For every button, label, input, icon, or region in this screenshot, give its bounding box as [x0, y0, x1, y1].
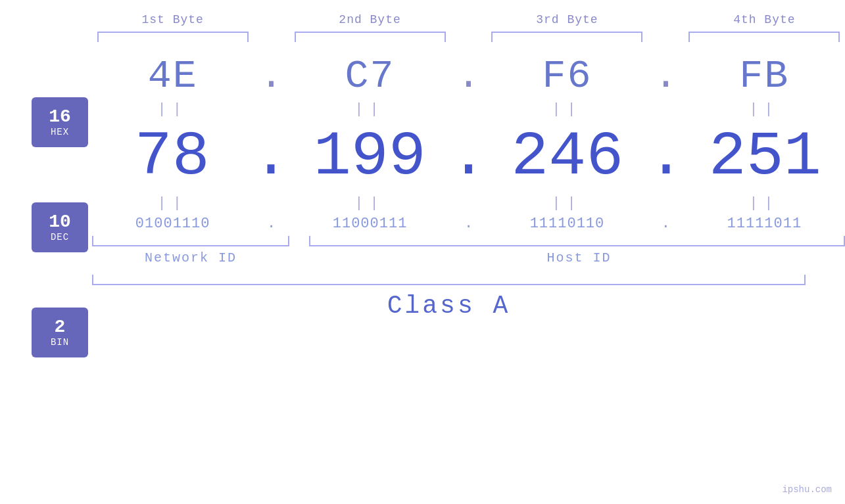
dec-dot-icon-1: .	[252, 122, 289, 193]
hex-value-3: F6	[542, 54, 592, 99]
sep-icon-1: ||	[157, 101, 187, 118]
bin-badge-number: 2	[55, 317, 66, 338]
sep-icon-4: ||	[749, 101, 779, 118]
sep-col-4: ||	[684, 101, 845, 118]
bin-badge-label: BIN	[51, 337, 69, 348]
top-bracket-4	[684, 32, 845, 42]
bin-value-3: 11110110	[530, 216, 605, 232]
byte-header-1: 1st Byte	[92, 13, 253, 26]
top-bracket-1	[92, 32, 253, 42]
sep2-icon-4: ||	[749, 195, 779, 212]
bin-val-4: 11111011	[684, 216, 845, 232]
bin-value-4: 11111011	[727, 216, 802, 232]
main-container: 1st Byte 2nd Byte 3rd Byte 4th Byte	[0, 0, 845, 504]
sep2-icon-1: ||	[157, 195, 187, 212]
byte-label-4: 4th Byte	[733, 13, 795, 26]
bin-val-2: 11000111	[289, 216, 450, 232]
byte-header-4: 4th Byte	[684, 13, 845, 26]
bottom-bracket-row	[92, 236, 845, 246]
sep-col-3: ||	[487, 101, 648, 118]
bin-dot-3: .	[648, 216, 684, 232]
top-bracket-2	[289, 32, 450, 42]
sep-icon-3: ||	[552, 101, 582, 118]
bin-dot-icon-2: .	[464, 216, 473, 232]
class-bracket	[92, 275, 806, 285]
dec-dot-2: .	[450, 122, 487, 193]
hex-value-4: FB	[739, 54, 789, 99]
bin-dot-icon-3: .	[662, 216, 670, 232]
separator-2: || || || ||	[0, 195, 845, 212]
dec-dot-3: .	[647, 122, 685, 193]
hex-dot-icon-1: .	[260, 54, 283, 99]
hex-dot-1: .	[253, 54, 289, 99]
sep2-col-4: ||	[684, 195, 845, 212]
sep-icon-2: ||	[354, 101, 385, 118]
sep2-col-2: ||	[289, 195, 450, 212]
dec-dot-1: .	[252, 122, 289, 193]
bottom-section: Network ID Host ID	[0, 236, 845, 265]
dec-value-2: 199	[314, 122, 426, 193]
dec-dot-icon-2: .	[450, 122, 487, 193]
top-bracket-row	[0, 32, 845, 42]
byte-label-2: 2nd Byte	[339, 13, 400, 26]
header-row: 1st Byte 2nd Byte 3rd Byte 4th Byte	[0, 13, 845, 26]
byte-header-2: 2nd Byte	[289, 13, 450, 26]
separator-1: || || || ||	[0, 101, 845, 118]
bin-val-1: 01001110	[92, 216, 253, 232]
dec-value-1: 78	[135, 122, 210, 193]
bin-badge: 2 BIN	[32, 308, 88, 357]
sep2-col-1: ||	[92, 195, 253, 212]
sep-col-1: ||	[92, 101, 253, 118]
bin-dot-icon-1: .	[267, 216, 276, 232]
hex-dot-icon-2: .	[457, 54, 481, 99]
hex-row: 4E . C7 . F6 . FB	[0, 54, 845, 99]
class-label-row: Class A	[92, 292, 806, 320]
bin-dot-2: .	[450, 216, 487, 232]
network-bracket	[92, 236, 289, 246]
hex-val-1: 4E	[92, 54, 253, 99]
dec-value-4: 251	[709, 122, 821, 193]
sep2-icon-2: ||	[354, 195, 385, 212]
dec-val-2: 199	[290, 122, 450, 193]
bottom-label-row: Network ID Host ID	[92, 250, 845, 265]
watermark: ipshu.com	[782, 484, 832, 495]
host-id-label: Host ID	[546, 250, 611, 265]
hex-val-2: C7	[289, 54, 450, 99]
byte-header-3: 3rd Byte	[487, 13, 648, 26]
hex-dot-3: .	[648, 54, 684, 99]
hex-val-4: FB	[684, 54, 845, 99]
dec-value-3: 246	[511, 122, 623, 193]
sep-col-2: ||	[289, 101, 450, 118]
bin-value-1: 01001110	[135, 216, 210, 232]
byte-label-1: 1st Byte	[141, 13, 203, 26]
sep2-col-3: ||	[487, 195, 648, 212]
hex-value-1: 4E	[148, 54, 198, 99]
dec-badge-label: DEC	[51, 232, 69, 242]
hex-dot-icon-3: .	[654, 54, 677, 99]
host-bracket	[309, 236, 845, 246]
hex-dot-2: .	[450, 54, 487, 99]
top-bracket-3	[487, 32, 648, 42]
hex-val-3: F6	[487, 54, 648, 99]
watermark-text: ipshu.com	[782, 484, 832, 495]
host-id-label-col: Host ID	[309, 250, 845, 265]
sep2-icon-3: ||	[552, 195, 582, 212]
dec-val-1: 78	[92, 122, 252, 193]
bin-dot-1: .	[253, 216, 289, 232]
network-id-label-col: Network ID	[92, 250, 289, 265]
dec-row: 78 . 199 . 246 . 251	[0, 122, 845, 193]
class-section: Class A	[0, 275, 845, 320]
class-label: Class A	[387, 292, 511, 320]
byte-label-3: 3rd Byte	[536, 13, 598, 26]
dec-val-3: 246	[487, 122, 647, 193]
dec-val-4: 251	[685, 122, 845, 193]
hex-value-2: C7	[345, 54, 395, 99]
bin-val-3: 11110110	[487, 216, 648, 232]
network-id-label: Network ID	[145, 250, 237, 265]
dec-dot-icon-3: .	[647, 122, 685, 193]
bin-row: 01001110 . 11000111 . 11110110 . 1111101…	[0, 216, 845, 232]
bin-value-2: 11000111	[333, 216, 408, 232]
